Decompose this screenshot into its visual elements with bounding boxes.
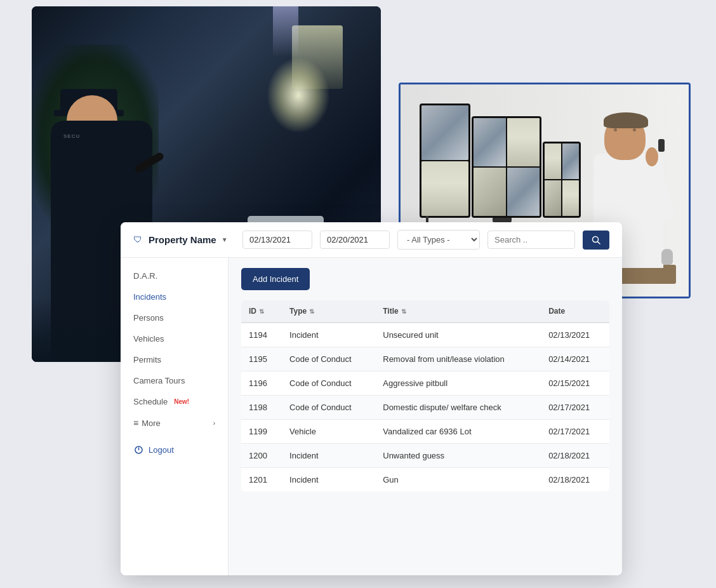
search-input[interactable] bbox=[487, 231, 575, 249]
incidents-table: ID ⇅ Type ⇅ Title bbox=[241, 300, 609, 491]
cell-type: Code of Conduct bbox=[282, 347, 375, 371]
sidebar: D.A.R. Incidents Persons Vehicles Permit… bbox=[121, 258, 229, 575]
cell-id: 1200 bbox=[241, 444, 282, 468]
cell-date: 02/15/2021 bbox=[541, 371, 609, 396]
sidebar-item-persons-label: Persons bbox=[133, 313, 164, 323]
table-row[interactable]: 1194IncidentUnsecured unit02/13/2021 bbox=[241, 323, 609, 347]
table-header-row: ID ⇅ Type ⇅ Title bbox=[241, 300, 609, 323]
cell-id: 1196 bbox=[241, 371, 282, 396]
search-button[interactable] bbox=[583, 231, 609, 250]
sidebar-item-incidents-label: Incidents bbox=[133, 292, 166, 302]
more-dots-icon: ≡ bbox=[133, 418, 138, 428]
sort-icon-id[interactable]: ⇅ bbox=[259, 308, 264, 315]
cell-id: 1199 bbox=[241, 420, 282, 444]
table-row[interactable]: 1200IncidentUnwanted guess02/18/2021 bbox=[241, 444, 609, 468]
sidebar-item-schedule[interactable]: Schedule New! bbox=[121, 391, 228, 412]
sidebar-logout[interactable]: Logout bbox=[121, 439, 228, 460]
more-chevron-icon: › bbox=[213, 420, 215, 427]
table-row[interactable]: 1196Code of ConductAggressive pitbull02/… bbox=[241, 371, 609, 396]
sidebar-item-dar-label: D.A.R. bbox=[133, 271, 157, 281]
sidebar-item-vehicles[interactable]: Vehicles bbox=[121, 328, 228, 349]
sort-icon-type[interactable]: ⇅ bbox=[309, 308, 314, 315]
cell-title: Domestic dispute/ welfare check bbox=[375, 396, 541, 420]
svg-line-1 bbox=[598, 241, 600, 244]
cell-type: Incident bbox=[282, 444, 375, 468]
table-row[interactable]: 1198Code of ConductDomestic dispute/ wel… bbox=[241, 396, 609, 420]
cell-type: Vehicle bbox=[282, 420, 375, 444]
cell-title: Gun bbox=[375, 468, 541, 492]
cell-date: 02/13/2021 bbox=[541, 323, 609, 347]
cell-type: Code of Conduct bbox=[282, 396, 375, 420]
col-type: Type ⇅ bbox=[282, 300, 375, 323]
schedule-new-badge: New! bbox=[174, 398, 189, 405]
cell-type: Incident bbox=[282, 323, 375, 347]
cell-title: Removal from unit/lease violation bbox=[375, 347, 541, 371]
cell-title: Unsecured unit bbox=[375, 323, 541, 347]
cell-id: 1194 bbox=[241, 323, 282, 347]
cell-title: Vandalized car 6936 Lot bbox=[375, 420, 541, 444]
app-topbar: 🛡 Property Name ▼ - All Types - bbox=[121, 222, 622, 258]
logout-label: Logout bbox=[149, 445, 174, 455]
chevron-down-icon: ▼ bbox=[222, 236, 228, 243]
cell-date: 02/17/2021 bbox=[541, 396, 609, 420]
property-selector[interactable]: 🛡 Property Name ▼ bbox=[133, 234, 235, 246]
sort-icon-title[interactable]: ⇅ bbox=[401, 308, 406, 315]
add-incident-button[interactable]: Add Incident bbox=[241, 268, 310, 290]
date-start-input[interactable] bbox=[242, 231, 312, 249]
sidebar-more-label: More bbox=[142, 418, 161, 428]
sidebar-item-camera-tours-label: Camera Tours bbox=[133, 376, 185, 385]
app-body: D.A.R. Incidents Persons Vehicles Permit… bbox=[121, 258, 622, 575]
search-icon bbox=[592, 236, 600, 244]
main-content: Add Incident ID ⇅ Type ⇅ bbox=[229, 258, 622, 575]
sidebar-item-permits[interactable]: Permits bbox=[121, 349, 228, 370]
property-name-label: Property Name bbox=[149, 234, 216, 245]
power-icon bbox=[133, 444, 143, 455]
table-row[interactable]: 1201IncidentGun02/18/2021 bbox=[241, 468, 609, 492]
cell-date: 02/17/2021 bbox=[541, 420, 609, 444]
shield-icon: 🛡 bbox=[133, 234, 145, 246]
sidebar-item-permits-label: Permits bbox=[133, 355, 161, 364]
sidebar-item-incidents[interactable]: Incidents bbox=[121, 286, 228, 307]
cell-id: 1201 bbox=[241, 468, 282, 492]
col-title: Title ⇅ bbox=[375, 300, 541, 323]
cell-id: 1195 bbox=[241, 347, 282, 371]
sidebar-item-camera-tours[interactable]: Camera Tours bbox=[121, 370, 228, 391]
app-panel: 🛡 Property Name ▼ - All Types - D.A.R. I… bbox=[121, 222, 622, 575]
date-end-input[interactable] bbox=[320, 231, 390, 249]
table-row[interactable]: 1195Code of ConductRemoval from unit/lea… bbox=[241, 347, 609, 371]
cell-title: Unwanted guess bbox=[375, 444, 541, 468]
sidebar-item-persons[interactable]: Persons bbox=[121, 307, 228, 328]
table-row[interactable]: 1199VehicleVandalized car 6936 Lot02/17/… bbox=[241, 420, 609, 444]
cell-type: Incident bbox=[282, 468, 375, 492]
sidebar-item-vehicles-label: Vehicles bbox=[133, 334, 164, 344]
type-filter-select[interactable]: - All Types - bbox=[397, 230, 480, 250]
sidebar-item-schedule-label: Schedule bbox=[133, 397, 168, 406]
sidebar-item-dar[interactable]: D.A.R. bbox=[121, 265, 228, 286]
col-date: Date bbox=[541, 300, 609, 323]
cell-date: 02/18/2021 bbox=[541, 468, 609, 492]
cell-date: 02/18/2021 bbox=[541, 444, 609, 468]
col-id: ID ⇅ bbox=[241, 300, 282, 323]
cell-type: Code of Conduct bbox=[282, 371, 375, 396]
cell-date: 02/14/2021 bbox=[541, 347, 609, 371]
cell-id: 1198 bbox=[241, 396, 282, 420]
cell-title: Aggressive pitbull bbox=[375, 371, 541, 396]
sidebar-more[interactable]: ≡ More › bbox=[121, 412, 228, 434]
